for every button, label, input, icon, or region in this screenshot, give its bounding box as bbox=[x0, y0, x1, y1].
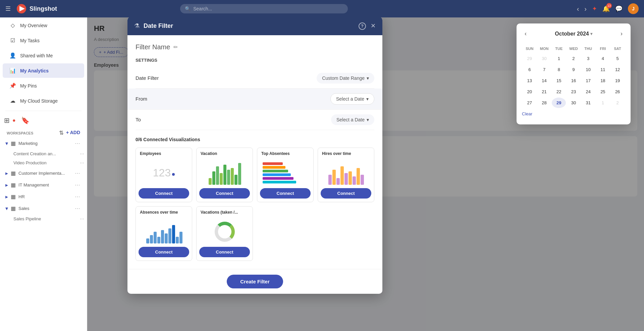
calendar-day-1-6[interactable]: 12 bbox=[610, 64, 625, 75]
workspace-child-video-production[interactable]: Video Production ⋯ bbox=[0, 158, 87, 167]
calendar-day-1-5[interactable]: 11 bbox=[596, 64, 610, 75]
calendar-day-3-4[interactable]: 24 bbox=[581, 87, 595, 97]
workspace-child-sales-pipeline[interactable]: Sales Pipeline ⋯ bbox=[0, 214, 87, 223]
connect-button-top-absentees[interactable]: Connect bbox=[260, 188, 311, 199]
back-icon[interactable]: ‹ bbox=[577, 5, 579, 13]
workspace-icon: ▦ bbox=[11, 205, 16, 212]
calendar-day-2-5[interactable]: 18 bbox=[596, 75, 610, 86]
calendar-day-4-0[interactable]: 27 bbox=[523, 98, 537, 108]
workspace-item-hr[interactable]: ▸ ▦ HR ⋯ bbox=[0, 191, 87, 203]
calendar-day-3-6[interactable]: 26 bbox=[610, 87, 625, 97]
sidebar-item-my-cloud-storage[interactable]: ☁ My Cloud Storage bbox=[3, 94, 84, 108]
calendar-day-0-2[interactable]: 1 bbox=[552, 53, 566, 64]
layers-icon[interactable]: ⊞ bbox=[4, 116, 10, 124]
calendar-day-4-6[interactable]: 2 bbox=[610, 98, 625, 108]
calendar-day-2-3[interactable]: 16 bbox=[567, 75, 581, 86]
calendar-day-4-1[interactable]: 28 bbox=[537, 98, 551, 108]
calendar-day-2-2[interactable]: 15 bbox=[552, 75, 566, 86]
connect-button-hires-over-time[interactable]: Connect bbox=[321, 188, 371, 199]
calendar-day-0-1[interactable]: 30 bbox=[537, 53, 551, 64]
search-input[interactable] bbox=[193, 6, 343, 11]
calendar-day-0-0[interactable]: 29 bbox=[523, 53, 537, 64]
connect-button-absences-over-time[interactable]: Connect bbox=[139, 247, 189, 257]
calendar-day-2-0[interactable]: 13 bbox=[523, 75, 537, 86]
bookmark-icon[interactable]: 🔖 bbox=[21, 116, 30, 124]
connect-button-vacations-taken[interactable]: Connect bbox=[199, 247, 250, 257]
calendar-day-3-5[interactable]: 25 bbox=[596, 87, 610, 97]
workspace-item-it-management[interactable]: ▸ ▦ IT Management ⋯ bbox=[0, 179, 87, 191]
workspace-more-icon[interactable]: ⋯ bbox=[75, 140, 80, 147]
svg-rect-2 bbox=[209, 178, 212, 185]
calendar-day-4-3[interactable]: 30 bbox=[567, 98, 581, 108]
workspace-sales: ▾ ▦ Sales ⋯ Sales Pipeline ⋯ bbox=[0, 203, 87, 223]
calendar-day-4-5[interactable]: 1 bbox=[596, 98, 610, 108]
create-filter-button[interactable]: Create Filter bbox=[227, 275, 283, 288]
svg-rect-6 bbox=[223, 165, 226, 185]
workspace-more-icon[interactable]: ⋯ bbox=[75, 205, 80, 212]
messages-icon[interactable]: 💬 bbox=[615, 5, 623, 12]
calendar-day-3-1[interactable]: 21 bbox=[537, 87, 551, 97]
calendar-day-4-2[interactable]: 29 bbox=[552, 98, 566, 108]
sidebar-item-my-overview[interactable]: ◇ My Overview bbox=[3, 18, 84, 33]
help-button[interactable]: ? bbox=[359, 22, 366, 30]
connected-visualizations-title: 0/6 Connected Visualizations bbox=[136, 137, 374, 142]
calendar-day-0-3[interactable]: 2 bbox=[567, 53, 581, 64]
hamburger-icon[interactable]: ☰ bbox=[5, 5, 11, 12]
workspace-more-icon[interactable]: ⋯ bbox=[75, 194, 80, 200]
dot-icon[interactable]: ● bbox=[12, 117, 16, 123]
workspace-more-icon[interactable]: ⋯ bbox=[75, 170, 80, 176]
add-workspace-button[interactable]: + Add bbox=[66, 130, 80, 136]
to-date-button[interactable]: Select a Date ▾ bbox=[331, 114, 374, 125]
calendar-day-1-2[interactable]: 8 bbox=[552, 64, 566, 75]
workspace-item-marketing[interactable]: ▾ ▦ Marketing ⋯ bbox=[0, 137, 87, 149]
svg-rect-14 bbox=[340, 166, 344, 185]
calendar-header: ‹ October 2024 ▾ › bbox=[522, 29, 625, 39]
viz-card-vacations-taken: Vacations (taken /... Connect bbox=[196, 206, 253, 261]
sidebar-item-my-tasks[interactable]: ☑ My Tasks bbox=[3, 33, 84, 48]
calendar-day-0-5[interactable]: 4 bbox=[596, 53, 610, 64]
sidebar-item-shared-with-me[interactable]: 👤 Shared with Me bbox=[3, 48, 84, 63]
calendar-next-button[interactable]: › bbox=[618, 29, 625, 39]
calendar-prev-button[interactable]: ‹ bbox=[522, 29, 529, 39]
search-bar[interactable]: 🔍 bbox=[180, 4, 348, 13]
calendar-day-1-1[interactable]: 7 bbox=[537, 64, 551, 75]
sub-workspace-more-icon[interactable]: ⋯ bbox=[80, 151, 84, 156]
calendar-day-3-0[interactable]: 20 bbox=[523, 87, 537, 97]
connect-button-employees[interactable]: Connect bbox=[139, 188, 189, 199]
calendar-day-1-0[interactable]: 6 bbox=[523, 64, 537, 75]
calendar-clear-button[interactable]: Clear bbox=[522, 109, 625, 119]
sidebar-item-my-analytics[interactable]: 📊 My Analytics bbox=[3, 63, 84, 78]
sparkle-icon[interactable]: ✦ bbox=[592, 5, 597, 12]
notifications-icon[interactable]: 🔔 13 bbox=[602, 5, 610, 12]
calendar-dropdown-icon[interactable]: ▾ bbox=[590, 32, 592, 36]
date-filter-value-button[interactable]: Custom Date Range ▾ bbox=[317, 73, 374, 84]
calendar-day-2-6[interactable]: 19 bbox=[610, 75, 625, 86]
sort-icon[interactable]: ⇅ bbox=[59, 130, 63, 136]
connect-button-vacation[interactable]: Connect bbox=[199, 188, 250, 199]
from-date-button[interactable]: Select a Date ▾ bbox=[330, 93, 374, 105]
calendar-day-3-3[interactable]: 23 bbox=[567, 87, 581, 97]
calendar-day-4-4[interactable]: 31 bbox=[581, 98, 595, 108]
my-tasks-icon: ☑ bbox=[9, 37, 16, 44]
visualizations-grid: Employees 123 Connect Vacation Connect T… bbox=[136, 148, 374, 261]
filter-name-edit-icon[interactable]: ✏ bbox=[173, 44, 178, 50]
calendar-day-0-4[interactable]: 3 bbox=[581, 53, 595, 64]
sidebar-item-my-pins[interactable]: 📌 My Pins bbox=[3, 78, 84, 93]
calendar-day-1-4[interactable]: 10 bbox=[581, 64, 595, 75]
sub-workspace-more-icon[interactable]: ⋯ bbox=[80, 160, 84, 165]
workspace-child-content-creation[interactable]: Content Creation an... ⋯ bbox=[0, 149, 87, 158]
sub-workspace-more-icon[interactable]: ⋯ bbox=[80, 216, 84, 221]
calendar-day-0-6[interactable]: 5 bbox=[610, 53, 625, 64]
workspace-item-sales[interactable]: ▾ ▦ Sales ⋯ bbox=[0, 203, 87, 214]
workspace-item-customer-implementation[interactable]: ▸ ▦ Customer Implementa... ⋯ bbox=[0, 167, 87, 179]
calendar-day-2-1[interactable]: 14 bbox=[537, 75, 551, 86]
calendar-day-2-4[interactable]: 17 bbox=[581, 75, 595, 86]
viz-title-top-absentees: Top Absentees bbox=[257, 148, 294, 158]
workspace-label: Sales bbox=[18, 206, 30, 211]
workspace-more-icon[interactable]: ⋯ bbox=[75, 182, 80, 188]
user-avatar[interactable]: J bbox=[628, 3, 639, 14]
calendar-day-3-2[interactable]: 22 bbox=[552, 87, 566, 97]
forward-icon[interactable]: › bbox=[584, 5, 587, 13]
calendar-day-1-3[interactable]: 9 bbox=[567, 64, 581, 75]
close-button[interactable]: ✕ bbox=[371, 22, 376, 30]
